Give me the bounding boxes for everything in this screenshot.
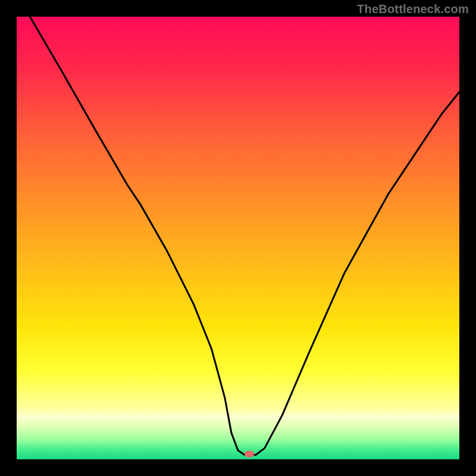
watermark-text: TheBottleneck.com: [357, 2, 469, 16]
bottleneck-curve: [17, 17, 459, 459]
chart-frame: TheBottleneck.com: [0, 0, 476, 476]
bottleneck-marker: [245, 451, 254, 458]
plot-area: [17, 17, 459, 459]
